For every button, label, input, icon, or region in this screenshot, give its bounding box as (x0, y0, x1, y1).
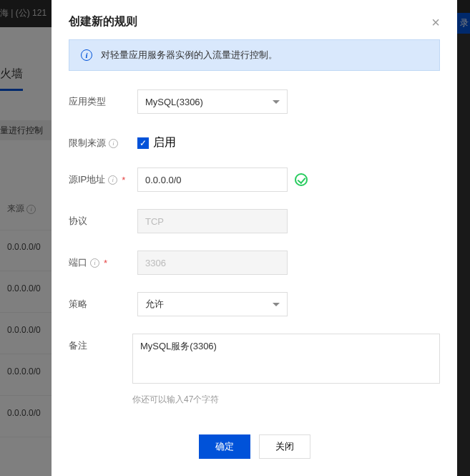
label-source-ip: 源IP地址 i * (69, 167, 137, 186)
enable-checkbox-wrap[interactable]: ✓ 启用 (137, 131, 176, 150)
label-restrict-source: 限制来源 i (69, 131, 137, 150)
modal-body: i 对轻量应用服务器实例的入流量进行控制。 应用类型 MySQL(3306) 限… (52, 39, 457, 422)
checkbox-enable-label: 启用 (153, 135, 176, 150)
select-policy-value: 允许 (145, 298, 164, 311)
close-icon[interactable]: × (431, 15, 440, 29)
required-mark: * (104, 258, 107, 268)
input-source-ip[interactable] (137, 167, 288, 192)
required-mark: * (122, 175, 125, 185)
info-banner: i 对轻量应用服务器实例的入流量进行控制。 (69, 39, 440, 71)
row-protocol: 协议 (69, 209, 440, 233)
help-icon[interactable]: i (90, 258, 99, 268)
label-remark: 备注 (69, 334, 132, 352)
chevron-down-icon (273, 100, 280, 104)
row-restrict-source: 限制来源 i ✓ 启用 (69, 131, 440, 150)
modal-title: 创建新的规则 (69, 14, 137, 29)
help-icon[interactable]: i (108, 175, 117, 185)
row-port: 端口 i * (69, 251, 440, 275)
close-button[interactable]: 关闭 (259, 434, 310, 459)
row-app-type: 应用类型 MySQL(3306) (69, 89, 440, 114)
label-app-type: 应用类型 (69, 89, 137, 108)
label-protocol: 协议 (69, 209, 137, 228)
row-source-ip: 源IP地址 i * (69, 167, 440, 192)
label-policy: 策略 (69, 292, 137, 311)
row-policy: 策略 允许 (69, 292, 440, 316)
row-remark: 备注 你还可以输入47个字符 (69, 334, 440, 406)
input-port (137, 251, 288, 275)
info-icon: i (81, 49, 92, 61)
select-app-type[interactable]: MySQL(3306) (137, 89, 288, 114)
info-text: 对轻量应用服务器实例的入流量进行控制。 (101, 49, 278, 62)
modal-header: 创建新的规则 × (52, 0, 457, 39)
chevron-down-icon (273, 303, 280, 306)
label-port: 端口 i * (69, 251, 137, 269)
remark-hint: 你还可以输入47个字符 (132, 394, 440, 406)
checkbox-enable[interactable]: ✓ (137, 137, 149, 149)
valid-check-icon (295, 173, 308, 186)
help-icon[interactable]: i (109, 139, 118, 148)
ok-button[interactable]: 确定 (199, 434, 250, 459)
input-protocol (137, 209, 288, 233)
select-policy[interactable]: 允许 (137, 292, 288, 316)
textarea-remark[interactable] (132, 334, 440, 384)
modal-footer: 确定 关闭 (52, 422, 457, 476)
create-rule-modal: 创建新的规则 × i 对轻量应用服务器实例的入流量进行控制。 应用类型 MySQ… (52, 0, 457, 476)
select-app-type-value: MySQL(3306) (145, 97, 203, 107)
